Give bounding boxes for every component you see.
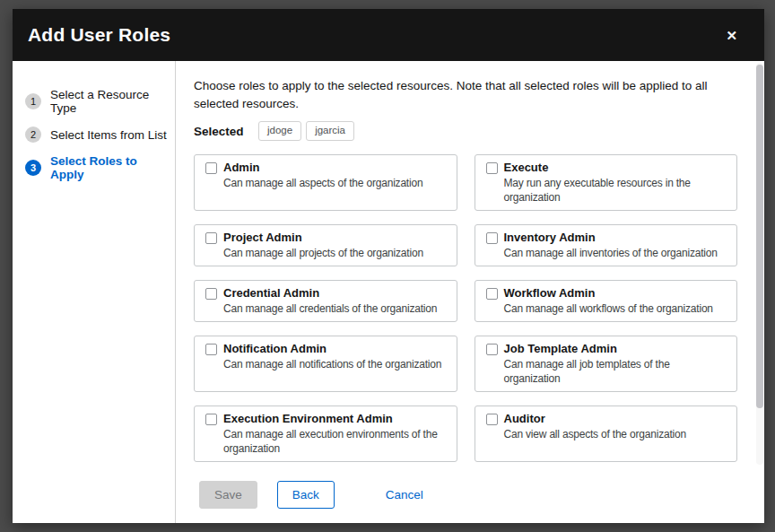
save-button[interactable]: Save [199,481,257,509]
cancel-button[interactable]: Cancel [386,488,423,501]
modal-header: Add User Roles ✕ [13,9,764,61]
role-card[interactable]: Job Template AdminCan manage all job tem… [475,336,738,392]
role-text: Project AdminCan manage all projects of … [223,230,423,260]
role-description: May run any executable resources in the … [504,176,727,205]
role-name: Workflow Admin [504,285,713,301]
main-column: Choose roles to apply to the selected re… [176,61,764,523]
role-text: Notification AdminCan manage all notific… [223,341,441,386]
role-description: Can manage all credentials of the organi… [223,301,437,316]
role-checkbox[interactable] [486,288,498,300]
role-checkbox[interactable] [205,232,217,244]
modal-title: Add User Roles [28,24,170,46]
role-text: ExecuteMay run any executable resources … [504,160,727,205]
role-description: Can manage all job templates of the orga… [504,357,727,386]
role-card[interactable]: AuditorCan view all aspects of the organ… [475,406,738,462]
role-card[interactable]: Execution Environment AdminCan manage al… [194,406,457,462]
wizard-step-1[interactable]: 1Select a Resource Type [25,88,168,115]
role-description: Can manage all projects of the organizat… [223,246,423,260]
role-text: Job Template AdminCan manage all job tem… [504,341,727,386]
step-number-badge: 3 [25,160,41,176]
role-description: Can manage all workflows of the organiza… [504,301,713,316]
role-text: Inventory AdminCan manage all inventorie… [504,230,718,260]
back-button[interactable]: Back [277,481,335,509]
role-description: Can manage all execution environments of… [223,427,446,456]
step-number-badge: 2 [25,126,41,143]
selected-label: Selected [194,125,258,138]
modal-footer: Save Back Cancel [176,468,764,523]
role-checkbox[interactable] [486,344,498,355]
step-number-badge: 1 [25,93,41,109]
role-description: Can manage all inventories of the organi… [504,246,718,260]
role-card[interactable]: AdminCan manage all aspects of the organ… [194,154,457,211]
role-name: Job Template Admin [504,341,727,357]
role-card[interactable]: Workflow AdminCan manage all workflows o… [475,280,738,322]
role-name: Credential Admin [223,285,437,301]
selected-chip[interactable]: jgarcia [306,121,354,142]
role-name: Execute [504,160,727,176]
role-name: Inventory Admin [504,230,718,246]
roles-grid: AdminCan manage all aspects of the organ… [194,154,737,468]
role-name: Admin [223,160,422,176]
role-card[interactable]: Notification AdminCan manage all notific… [194,336,457,392]
close-icon[interactable]: ✕ [722,25,741,46]
role-text: Credential AdminCan manage all credentia… [223,285,437,316]
scrollbar-thumb[interactable] [756,65,763,408]
role-card[interactable]: Inventory AdminCan manage all inventorie… [475,224,738,266]
role-name: Execution Environment Admin [223,411,446,427]
roles-scroll-area: Choose roles to apply to the selected re… [176,61,764,468]
role-name: Project Admin [223,230,423,246]
role-card[interactable]: Project AdminCan manage all projects of … [194,224,457,266]
role-text: Execution Environment AdminCan manage al… [223,411,446,456]
modal-body: 1Select a Resource Type2Select Items fro… [13,61,764,523]
add-user-roles-modal: Add User Roles ✕ 1Select a Resource Type… [13,9,764,523]
dialog-description: Choose roles to apply to the selected re… [194,77,723,113]
role-name: Auditor [504,411,686,427]
role-description: Can view all aspects of the organization [504,427,686,441]
wizard-step-label: Select a Resource Type [50,88,168,115]
role-checkbox[interactable] [205,288,217,300]
selected-row: Selected jdogejgarcia [194,120,737,142]
selected-chip[interactable]: jdoge [258,121,301,142]
role-card[interactable]: Credential AdminCan manage all credentia… [194,280,457,322]
role-checkbox[interactable] [205,414,217,425]
role-description: Can manage all notifications of the orga… [223,357,441,371]
wizard-step-3[interactable]: 3Select Roles to Apply [25,154,168,181]
modal-backdrop: { "modal": { "title": "Add User Roles", … [0,0,775,532]
selected-chips: jdogejgarcia [258,121,354,142]
role-checkbox[interactable] [205,162,217,174]
role-checkbox[interactable] [486,414,498,425]
role-name: Notification Admin [223,341,441,357]
role-checkbox[interactable] [205,344,217,355]
role-description: Can manage all aspects of the organizati… [223,176,422,190]
wizard-step-2[interactable]: 2Select Items from List [25,126,168,143]
wizard-step-label: Select Roles to Apply [50,154,168,181]
wizard-nav: 1Select a Resource Type2Select Items fro… [13,61,176,523]
role-checkbox[interactable] [486,162,498,174]
role-checkbox[interactable] [486,232,498,244]
role-text: AuditorCan view all aspects of the organ… [504,411,686,456]
role-text: Workflow AdminCan manage all workflows o… [504,285,713,316]
role-text: AdminCan manage all aspects of the organ… [223,160,422,205]
scrollbar-track[interactable] [756,63,763,465]
role-card[interactable]: ExecuteMay run any executable resources … [475,154,738,211]
wizard-step-label: Select Items from List [50,128,167,142]
